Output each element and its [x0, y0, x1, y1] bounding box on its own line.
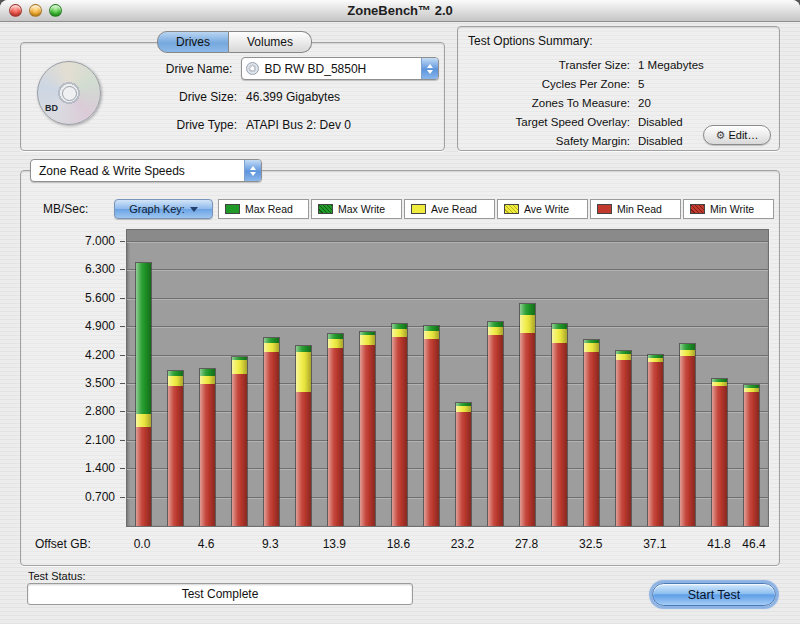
- y-tick-mark: [120, 468, 125, 469]
- popup-up-down-arrows-icon: [244, 160, 261, 181]
- x-tick-label: 32.5: [571, 537, 611, 551]
- bar-zone-8: [391, 323, 408, 526]
- y-tick-label: 4.900: [37, 319, 115, 333]
- edit-button-label: Edit…: [728, 129, 758, 141]
- legend-label: Ave Write: [524, 203, 569, 215]
- x-tick-label: 27.8: [507, 537, 547, 551]
- bar-zone-16: [647, 354, 664, 526]
- y-tick-mark: [120, 440, 125, 441]
- gridline: [127, 497, 768, 499]
- bar-gloss: [488, 322, 503, 526]
- gridline: [127, 298, 768, 300]
- chevron-up-icon: [427, 64, 433, 68]
- drive-name-value: BD RW BD_5850H: [264, 62, 366, 76]
- legend-swatch: [225, 204, 240, 214]
- drive-info: Drive Name: BD RW BD_5850H Drive Size: 4…: [109, 57, 439, 141]
- x-tick-label: 13.9: [314, 537, 354, 551]
- y-tick-mark: [120, 298, 125, 299]
- title-bar: ZoneBench™ 2.0: [0, 0, 800, 22]
- drive-size-row: Drive Size: 46.399 Gigabytes: [109, 85, 439, 108]
- y-tick-label: 4.200: [37, 348, 115, 362]
- bar-zone-17: [679, 343, 696, 526]
- drive-size-value: 46.399 Gigabytes: [246, 90, 340, 104]
- legend-label: Ave Read: [431, 203, 477, 215]
- legend-item-ave-read: Ave Read: [404, 199, 495, 219]
- bar-gloss: [232, 357, 247, 526]
- bar-zone-5: [295, 345, 312, 526]
- y-tick-label: 2.800: [37, 404, 115, 418]
- mini-disc-icon: [246, 62, 259, 75]
- option-label: Transfer Size:: [458, 59, 630, 71]
- bar-gloss: [200, 369, 215, 526]
- minimize-window-button[interactable]: [29, 4, 42, 17]
- drive-name-label: Drive Name:: [109, 62, 232, 76]
- bar-gloss: [584, 340, 599, 526]
- bar-gloss: [456, 403, 471, 526]
- bar-gloss: [264, 338, 279, 526]
- bar-gloss: [168, 371, 183, 526]
- x-tick-label: 46.4: [734, 537, 774, 551]
- close-window-button[interactable]: [9, 4, 22, 17]
- chevron-down-icon: [250, 172, 256, 176]
- option-value: 5: [638, 78, 644, 90]
- tab-volumes[interactable]: Volumes: [229, 31, 312, 53]
- chevron-down-icon: [427, 70, 433, 74]
- tab-drives[interactable]: Drives: [157, 31, 229, 53]
- bar-zone-1: [167, 370, 184, 526]
- y-tick-label: 6.300: [37, 262, 115, 276]
- edit-options-button[interactable]: ⚙ Edit…: [703, 125, 771, 145]
- bar-gloss: [744, 385, 759, 526]
- disc-icon: BD: [37, 61, 101, 125]
- gridline: [127, 269, 768, 271]
- test-status-field: Test Complete: [27, 583, 413, 605]
- plot-area: [126, 229, 769, 527]
- gridline: [127, 440, 768, 442]
- option-label: Zones To Measure:: [458, 97, 630, 109]
- bar-gloss: [360, 332, 375, 526]
- y-tick-mark: [120, 355, 125, 356]
- y-tick-label: 0.700: [37, 490, 115, 504]
- option-value: Disabled: [638, 116, 683, 128]
- test-status-value: Test Complete: [182, 587, 259, 601]
- graph-key-select[interactable]: Graph Key:: [114, 199, 213, 219]
- y-tick-label: 2.100: [37, 433, 115, 447]
- drive-type-row: Drive Type: ATAPI Bus 2: Dev 0: [109, 113, 439, 136]
- bar-gloss: [552, 324, 567, 526]
- start-test-button[interactable]: Start Test: [652, 583, 776, 606]
- bar-gloss: [680, 344, 695, 526]
- drive-panel: BD Drive Name: BD RW BD_5850H Drive Size…: [20, 42, 445, 151]
- bar-zone-9: [423, 325, 440, 526]
- bar-zone-12: [519, 303, 536, 526]
- bar-zone-19: [743, 384, 760, 526]
- bar-gloss: [328, 334, 343, 526]
- gridline: [127, 468, 768, 470]
- bar-zone-10: [455, 402, 472, 526]
- bar-gloss: [296, 346, 311, 526]
- chart-mode-select[interactable]: Zone Read & Write Speeds: [30, 159, 262, 182]
- y-tick-label: 5.600: [37, 291, 115, 305]
- x-tick-label: 18.6: [378, 537, 418, 551]
- tab-bar: DrivesVolumes: [157, 31, 312, 53]
- bar-gloss: [392, 324, 407, 526]
- zoom-window-button[interactable]: [49, 4, 62, 17]
- x-tick-label: 0.0: [122, 537, 162, 551]
- legend-item-max-read: Max Read: [218, 199, 309, 219]
- chart-panel: MB/Sec: Graph Key: Max ReadMax WriteAve …: [20, 170, 780, 566]
- options-row: Cycles Per Zone:5: [458, 74, 779, 93]
- x-axis-labels: 0.04.69.313.918.623.227.832.537.141.846.…: [21, 537, 781, 553]
- bar-zone-18: [711, 378, 728, 526]
- legend-item-max-write: Max Write: [311, 199, 402, 219]
- y-tick-mark: [120, 411, 125, 412]
- bar-gloss: [648, 355, 663, 526]
- drive-name-select[interactable]: BD RW BD_5850H: [241, 57, 439, 80]
- gridline: [127, 411, 768, 413]
- y-tick-mark: [120, 383, 125, 384]
- x-tick-label: 41.8: [699, 537, 739, 551]
- bar-zone-7: [359, 331, 376, 526]
- x-tick-label: 37.1: [635, 537, 675, 551]
- legend-label: Min Write: [710, 203, 754, 215]
- chart-mode-value: Zone Read & Write Speeds: [31, 164, 185, 178]
- legend-swatch: [690, 204, 705, 214]
- start-test-label: Start Test: [688, 588, 741, 602]
- bar-zone-11: [487, 321, 504, 526]
